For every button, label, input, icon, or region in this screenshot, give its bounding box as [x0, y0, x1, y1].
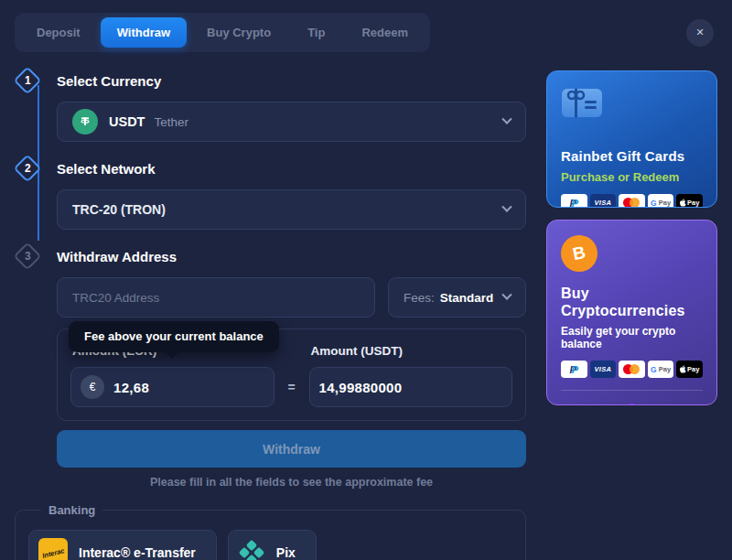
- fees-select[interactable]: Fees: Standard: [388, 277, 526, 318]
- chevron-down-icon: [501, 290, 511, 300]
- withdraw-address-title: Withdraw Address: [57, 249, 526, 264]
- interac-etransfer-button[interactable]: Interac e-Transfer Interac® e-Transfer: [28, 530, 217, 560]
- close-button[interactable]: ✕: [686, 19, 714, 47]
- payment-methods-row: PP VISA GPay Pay: [561, 361, 703, 378]
- currency-select[interactable]: USDT Tether: [57, 102, 526, 142]
- google-pay-icon: GPay: [648, 194, 674, 208]
- pix-label: Pix: [276, 545, 296, 560]
- bitcoin-icon: B: [561, 235, 597, 272]
- step-2-marker: 2: [13, 154, 41, 182]
- step-3-marker: 3: [13, 242, 41, 270]
- withdraw-helper-text: Please fill in all the fields to see the…: [57, 476, 526, 489]
- select-network-title: Select Network: [57, 161, 526, 177]
- wallet-tabs: Deposit Withdraw Buy Crypto Tip Redeem: [15, 13, 430, 52]
- fees-prefix: Fees:: [404, 291, 435, 305]
- fee-warning-tooltip: Fee above your current balance: [69, 321, 279, 352]
- gift-card-title: Rainbet Gift Cards: [561, 148, 703, 165]
- step-1-marker: 1: [13, 66, 41, 94]
- top-bar: Deposit Withdraw Buy Crypto Tip Redeem ✕: [0, 0, 732, 61]
- withdraw-address-input[interactable]: [57, 277, 375, 318]
- tab-buy-crypto[interactable]: Buy Crypto: [190, 17, 287, 48]
- mastercard-icon: [619, 361, 645, 378]
- powered-by-label: Powered by: [561, 404, 620, 405]
- buy-crypto-subtitle: Easily get your crypto balance: [561, 325, 703, 350]
- amount-usdt-input[interactable]: [319, 380, 503, 395]
- gift-card-icon: [561, 86, 703, 123]
- mastercard-icon: [619, 194, 645, 208]
- tab-withdraw[interactable]: Withdraw: [101, 17, 187, 48]
- payment-methods-row: PP VISA GPay Pay: [561, 194, 703, 208]
- apple-pay-icon: Pay: [676, 361, 703, 378]
- chevron-down-icon: [501, 202, 511, 212]
- paypal-icon: PP: [561, 194, 587, 208]
- interac-icon-word: Interac: [41, 546, 65, 560]
- powered-by-row: Powered by MoonPay: [561, 390, 703, 405]
- gift-card-subtitle: Purchase or Redeem: [561, 170, 703, 184]
- withdraw-form: 1 Select Currency USDT Tether: [15, 70, 526, 503]
- fees-value: Standard: [440, 291, 494, 305]
- buy-crypto-title: Buy Cryptocurrencies: [561, 285, 703, 319]
- buy-crypto-card[interactable]: B Buy Cryptocurrencies Easily get your c…: [546, 220, 717, 405]
- banking-title: Banking: [41, 503, 102, 517]
- banking-section: Banking Interac e-Transfer Interac® e-Tr…: [15, 503, 526, 560]
- amount-eur-input[interactable]: [113, 380, 264, 395]
- close-icon: ✕: [695, 27, 704, 38]
- amount-eur-field[interactable]: €: [70, 367, 274, 407]
- visa-icon: VISA: [590, 361, 617, 378]
- select-currency-title: Select Currency: [57, 73, 526, 89]
- interac-label: Interac® e-Transfer: [79, 545, 196, 560]
- step-2-number: 2: [25, 162, 31, 175]
- gift-cards-card[interactable]: Rainbet Gift Cards Purchase or Redeem PP…: [546, 70, 717, 208]
- interac-icon: Interac e-Transfer: [38, 538, 68, 560]
- currency-code: USDT: [109, 114, 145, 129]
- tab-tip[interactable]: Tip: [291, 17, 341, 48]
- promo-sidebar: Rainbet Gift Cards Purchase or Redeem PP…: [546, 70, 717, 560]
- tab-deposit[interactable]: Deposit: [20, 17, 97, 48]
- moonpay-icon: [626, 404, 638, 405]
- network-value: TRC-20 (TRON): [72, 202, 503, 217]
- equals-sign: =: [280, 367, 304, 407]
- step-1-number: 1: [25, 74, 31, 87]
- network-select[interactable]: TRC-20 (TRON): [57, 189, 526, 230]
- moonpay-brand: MoonPay: [643, 403, 692, 405]
- tab-redeem[interactable]: Redeem: [345, 17, 425, 48]
- step-3-number: 3: [25, 250, 31, 263]
- amounts-panel: Fee above your current balance Amount (E…: [57, 328, 526, 421]
- currency-name: Tether: [154, 115, 503, 129]
- apple-pay-icon: Pay: [676, 194, 703, 208]
- euro-icon: €: [81, 375, 104, 399]
- withdraw-button[interactable]: Withdraw: [57, 430, 526, 468]
- tether-icon: [72, 109, 98, 135]
- modal-body: 1 Select Currency USDT Tether: [0, 61, 732, 560]
- paypal-icon: PP: [561, 361, 587, 378]
- google-pay-icon: GPay: [648, 361, 674, 378]
- chevron-down-icon: [501, 114, 511, 124]
- pix-button[interactable]: Pix: [228, 530, 317, 560]
- pix-icon: [238, 539, 265, 560]
- amount-usdt-label: Amount (USDT): [311, 344, 513, 358]
- amount-usdt-field[interactable]: [309, 367, 513, 407]
- visa-icon: VISA: [590, 194, 617, 208]
